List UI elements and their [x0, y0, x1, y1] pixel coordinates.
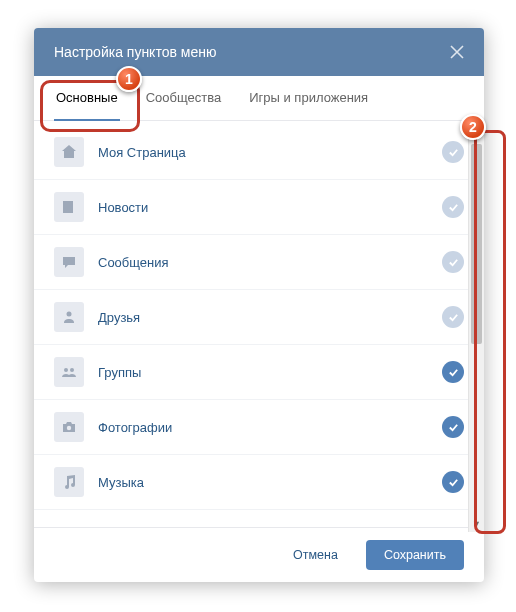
check-toggle[interactable] [442, 251, 464, 273]
check-toggle[interactable] [442, 416, 464, 438]
list-item[interactable]: Сообщения [34, 235, 484, 290]
cancel-button[interactable]: Отмена [275, 540, 356, 570]
list-item-label: Новости [98, 200, 428, 215]
list-item[interactable]: Музыка [34, 455, 484, 510]
close-icon[interactable] [450, 45, 464, 59]
scrollbar[interactable]: ▲ ▼ [468, 126, 484, 532]
people-icon [54, 302, 84, 332]
check-toggle[interactable] [442, 361, 464, 383]
news-icon [54, 192, 84, 222]
tabs-bar: Основные Сообщества Игры и приложения [34, 76, 484, 121]
list-item-label: Моя Страница [98, 145, 428, 160]
svg-point-1 [64, 368, 68, 372]
list-item-label: Сообщения [98, 255, 428, 270]
list-item[interactable]: Группы [34, 345, 484, 400]
check-toggle[interactable] [442, 306, 464, 328]
save-button[interactable]: Сохранить [366, 540, 464, 570]
list-item[interactable]: Новости [34, 180, 484, 235]
list-item[interactable]: Моя Страница [34, 125, 484, 180]
group-icon [54, 357, 84, 387]
tab-games-apps[interactable]: Игры и приложения [247, 76, 370, 121]
list-item-label: Группы [98, 365, 428, 380]
tab-communities[interactable]: Сообщества [144, 76, 224, 121]
modal-header: Настройка пунктов меню [34, 28, 484, 76]
list-item-label: Друзья [98, 310, 428, 325]
chat-icon [54, 247, 84, 277]
list-item-label: Фотографии [98, 420, 428, 435]
list-item[interactable]: Фотографии [34, 400, 484, 455]
annotation-pin-1: 1 [116, 66, 142, 92]
home-icon [54, 137, 84, 167]
check-toggle[interactable] [442, 141, 464, 163]
svg-point-2 [70, 368, 74, 372]
menu-settings-modal: Настройка пунктов меню Основные Сообщест… [34, 28, 484, 582]
check-toggle[interactable] [442, 196, 464, 218]
modal-footer: Отмена Сохранить [34, 527, 484, 582]
menu-items-list: Моя СтраницаНовостиСообщенияДрузьяГруппы… [34, 121, 484, 527]
list-item-label: Музыка [98, 475, 428, 490]
scroll-down-icon[interactable]: ▼ [469, 516, 484, 532]
music-icon [54, 467, 84, 497]
scrollbar-thumb[interactable] [471, 144, 482, 344]
svg-point-3 [67, 426, 71, 430]
svg-point-0 [67, 312, 72, 317]
annotation-pin-2: 2 [460, 114, 486, 140]
camera-icon [54, 412, 84, 442]
tab-basic[interactable]: Основные [54, 76, 120, 121]
modal-title: Настройка пунктов меню [54, 44, 216, 60]
list-item[interactable]: Друзья [34, 290, 484, 345]
check-toggle[interactable] [442, 471, 464, 493]
